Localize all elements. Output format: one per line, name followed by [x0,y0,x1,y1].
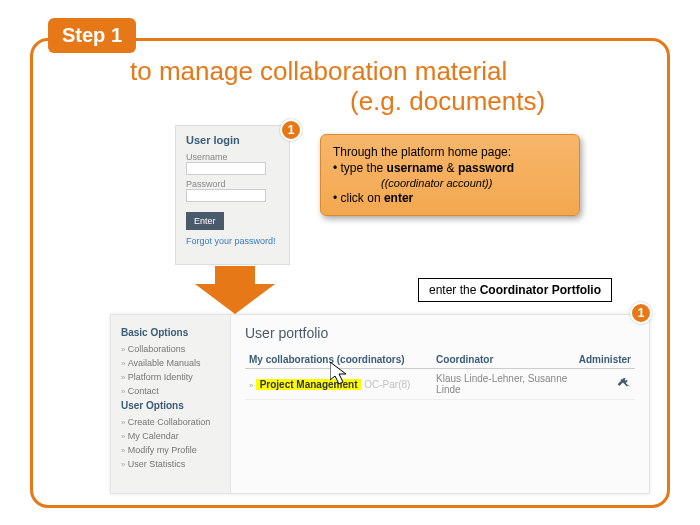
login-panel: User login Username Password Enter Forgo… [175,125,290,265]
down-arrow-icon [195,266,275,316]
sidebar-item-identity[interactable]: Platform Identity [121,372,220,382]
enter-button[interactable]: Enter [186,212,224,230]
enter-portfolio-note: enter the Coordinator Portfolio [418,278,612,302]
step-marker-1-portfolio: 1 [630,302,652,324]
title-line-1: to manage collaboration material [130,56,507,87]
step-marker-1-login: 1 [280,119,302,141]
sidebar-item-modify-profile[interactable]: Modify my Profile [121,445,220,455]
highlighted-project[interactable]: Project Management [256,379,362,390]
username-label: Username [186,152,279,162]
cell-coordinator: Klaus Linde-Lehner, Susanne Linde [432,369,575,400]
portfolio-main: User portfolio My collaborations (coordi… [231,315,649,493]
sidebar-section-basic: Basic Options [121,327,220,338]
table-header-row: My collaborations (coordinators) Coordin… [245,351,635,369]
forgot-password-link[interactable]: Forgot your password! [186,236,279,246]
sidebar-item-manuals[interactable]: Available Manuals [121,358,220,368]
title-line-2: (e.g. documents) [350,86,545,117]
sidebar-item-calendar[interactable]: My Calendar [121,431,220,441]
col-coordinator: Coordinator [432,351,575,369]
collab-table: My collaborations (coordinators) Coordin… [245,351,635,400]
col-my-collab: My collaborations (coordinators) [245,351,432,369]
sidebar-section-user: User Options [121,400,220,411]
sidebar-item-collaborations[interactable]: Collaborations [121,344,220,354]
callout-intro: Through the platform home page: [333,145,567,159]
step-badge: Step 1 [48,18,136,53]
administer-button[interactable] [575,369,635,400]
username-input[interactable] [186,162,266,175]
cell-collab-name[interactable]: » Project Management OC-Par(8) [245,369,432,400]
portfolio-panel: Basic Options Collaborations Available M… [110,314,650,494]
svg-marker-0 [195,266,275,314]
sidebar-item-create-collab[interactable]: Create Collaboration [121,417,220,427]
callout-subnote: ((coordinator account)) [381,177,567,189]
sidebar-item-statistics[interactable]: User Statistics [121,459,220,469]
password-label: Password [186,179,279,189]
tools-icon [617,376,631,390]
sidebar-item-contact[interactable]: Contact [121,386,220,396]
instruction-callout: Through the platform home page: • type t… [320,134,580,216]
callout-bullet-2: • click on enter [333,191,567,205]
callout-bullet-1: • type the username & password [333,161,567,175]
password-input[interactable] [186,189,266,202]
collab-tail: OC-Par(8) [364,379,410,390]
login-heading: User login [186,134,279,146]
sidebar: Basic Options Collaborations Available M… [111,315,231,493]
portfolio-title: User portfolio [245,325,635,341]
col-administer: Administer [575,351,635,369]
table-row[interactable]: » Project Management OC-Par(8) Klaus Lin… [245,369,635,400]
